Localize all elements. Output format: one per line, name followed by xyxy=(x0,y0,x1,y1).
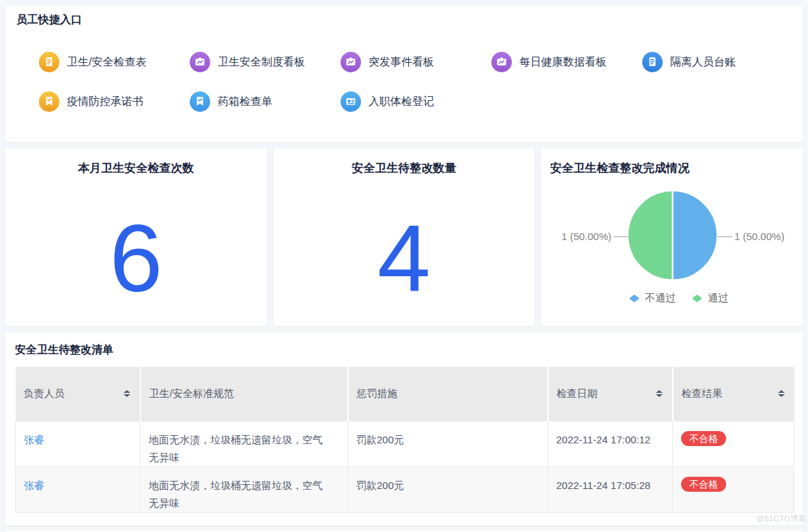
pie-legend: 不通过 通过 xyxy=(548,292,808,305)
column-label: 负责人员 xyxy=(24,387,65,400)
result-badge: 不合格 xyxy=(681,477,726,492)
ribbon-icon xyxy=(39,91,59,112)
cell-result: 不合格 xyxy=(673,467,794,512)
cell-date: 2022-11-24 17:05:28 xyxy=(548,467,673,512)
quick-item-daily-health-board[interactable]: 每日健康数据看板 xyxy=(491,52,642,72)
legend-item-fail[interactable]: 不通过 xyxy=(629,292,676,305)
pending-rectify-count-card: 安全卫生待整改数量 4 xyxy=(274,149,535,326)
quick-item-entry-physical-exam[interactable]: 入职体检登记 xyxy=(341,91,491,112)
pie-slice-pass[interactable] xyxy=(628,191,673,280)
quick-item-label: 卫生安全制度看板 xyxy=(218,55,305,70)
cell-spec: 地面无水渍，垃圾桶无遗留垃圾，空气无异味 xyxy=(141,467,348,512)
idcard-icon xyxy=(341,91,361,112)
rectify-table: 负责人员 卫生/安全标准规范 惩罚措施 检查日期 检查结果 张睿 地面无水渍，垃… xyxy=(15,367,794,513)
rectify-completion-card: 安全卫生检查整改完成情况 1 (50.00%) 1 (50.00%) 不通过 xyxy=(541,149,803,326)
board-icon xyxy=(341,52,361,72)
board-icon xyxy=(190,52,210,72)
column-label: 检查日期 xyxy=(557,387,598,400)
legend-marker-fail-icon xyxy=(629,295,639,302)
legend-item-pass[interactable]: 通过 xyxy=(692,292,728,305)
legend-label-pass: 通过 xyxy=(708,292,728,305)
cell-spec: 地面无水渍，垃圾桶无遗留垃圾，空气无异味 xyxy=(141,421,348,467)
cell-date: 2022-11-24 17:00:12 xyxy=(548,421,673,467)
checklist-icon xyxy=(39,52,59,72)
quick-item-label: 突发事件看板 xyxy=(369,55,434,70)
legend-marker-pass-icon xyxy=(692,295,702,302)
quick-item-label: 每日健康数据看板 xyxy=(519,55,607,70)
sort-caret-icon[interactable] xyxy=(124,390,130,397)
cell-result: 不合格 xyxy=(673,421,794,467)
column-label: 检查结果 xyxy=(682,387,723,400)
column-header-owner[interactable]: 负责人员 xyxy=(16,367,141,421)
ledger-icon xyxy=(642,52,663,72)
owner-link[interactable]: 张睿 xyxy=(24,434,44,445)
pending-rectify-count-title: 安全卫生待整改数量 xyxy=(274,160,535,177)
column-label: 惩罚措施 xyxy=(357,387,398,399)
page: 员工快捷入口 卫生/安全检查表 xyxy=(0,0,808,532)
table-row: 张睿 地面无水渍，垃圾桶无遗留垃圾，空气无异味 罚款200元 2022-11-2… xyxy=(16,467,794,512)
quick-item-health-system-board[interactable]: 卫生安全制度看板 xyxy=(190,52,341,72)
quick-entry-card: 员工快捷入口 卫生/安全检查表 xyxy=(5,5,803,142)
pie-label-left: 1 (50.00%) xyxy=(562,231,611,242)
cell-owner: 张睿 xyxy=(16,467,141,512)
cell-penalty: 罚款200元 xyxy=(348,467,548,512)
cell-owner: 张睿 xyxy=(16,421,141,467)
column-header-result[interactable]: 检查结果 xyxy=(673,367,794,421)
quick-item-emergency-board[interactable]: 突发事件看板 xyxy=(341,52,491,72)
quick-item-label: 卫生/安全检查表 xyxy=(67,55,146,70)
rectify-list-title: 安全卫生待整改清单 xyxy=(15,342,793,357)
quick-entry-grid: 卫生/安全检查表 卫生安全制度看板 xyxy=(39,52,792,112)
quick-item-label: 入职体检登记 xyxy=(369,95,434,109)
board-icon xyxy=(491,52,512,72)
quick-entry-title: 员工快捷入口 xyxy=(16,12,792,27)
owner-link[interactable]: 张睿 xyxy=(24,479,44,491)
column-label: 卫生/安全标准规范 xyxy=(149,387,234,399)
sort-caret-icon[interactable] xyxy=(778,390,785,397)
table-row: 张睿 地面无水渍，垃圾桶无遗留垃圾，空气无异味 罚款200元 2022-11-2… xyxy=(16,421,794,467)
sort-caret-icon[interactable] xyxy=(656,390,663,397)
quick-item-health-safety-checklist[interactable]: 卫生/安全检查表 xyxy=(39,52,190,72)
monthly-check-count-value: 6 xyxy=(5,211,267,306)
legend-label-fail: 不通过 xyxy=(645,292,676,305)
monthly-check-count-card: 本月卫生安全检查次数 6 xyxy=(5,149,267,326)
quick-item-label: 隔离人员台账 xyxy=(670,55,736,70)
column-header-penalty: 惩罚措施 xyxy=(348,367,548,421)
bookmark-icon xyxy=(190,91,210,112)
rectify-list-card: 安全卫生待整改清单 负责人员 卫生/安全标准规范 惩罚措施 检查日期 检查结果 xyxy=(5,333,803,525)
quick-item-label: 疫情防控承诺书 xyxy=(67,95,143,109)
watermark: @51CTO博客 xyxy=(757,514,806,524)
pie-slice-fail[interactable] xyxy=(673,191,718,280)
pie-chart: 1 (50.00%) 1 (50.00%) 不通过 通过 xyxy=(541,149,803,326)
quick-item-medicine-box-checklist[interactable]: 药箱检查单 xyxy=(190,91,341,112)
quick-item-label: 药箱检查单 xyxy=(218,95,272,109)
quick-item-epidemic-commitment[interactable]: 疫情防控承诺书 xyxy=(39,91,190,112)
pie-label-right: 1 (50.00%) xyxy=(734,231,784,242)
column-header-spec: 卫生/安全标准规范 xyxy=(141,367,348,421)
monthly-check-count-title: 本月卫生安全检查次数 xyxy=(5,160,267,177)
cell-penalty: 罚款200元 xyxy=(348,421,548,467)
quick-item-isolation-ledger[interactable]: 隔离人员台账 xyxy=(642,52,793,72)
result-badge: 不合格 xyxy=(681,431,726,446)
column-header-date[interactable]: 检查日期 xyxy=(548,367,673,421)
pending-rectify-count-value: 4 xyxy=(274,211,535,306)
